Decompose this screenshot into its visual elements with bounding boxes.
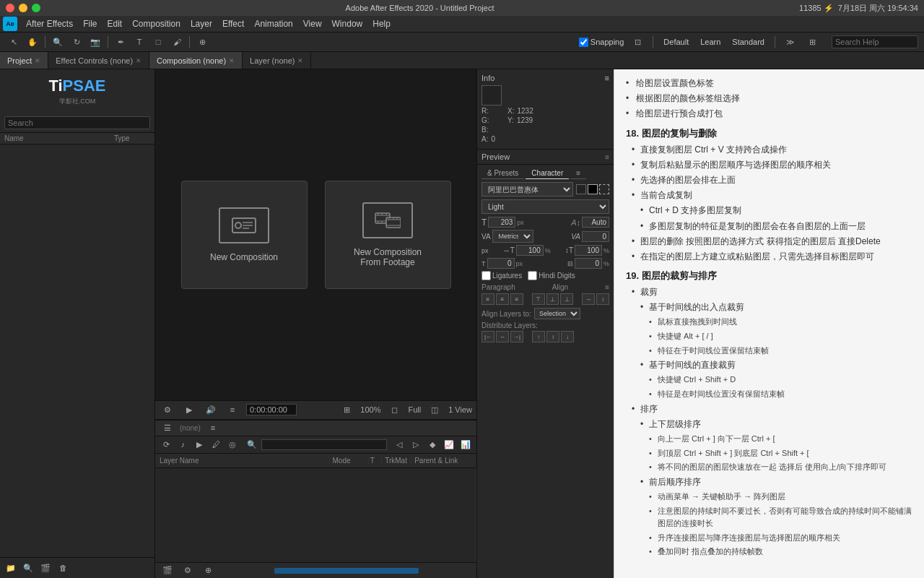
dist-center-v[interactable]: ↕: [546, 331, 559, 342]
timeline-menu[interactable]: ☰: [160, 420, 175, 436]
align-dist-v[interactable]: ↕: [596, 293, 609, 305]
project-delete[interactable]: 🗑: [55, 560, 71, 576]
preview-menu-btn[interactable]: ≡: [605, 153, 609, 161]
paragraph-menu[interactable]: ≡: [605, 283, 609, 291]
rotate-tool[interactable]: ↻: [69, 34, 84, 50]
align-dist-h[interactable]: ↔: [582, 293, 595, 305]
view-count-btn[interactable]: ◫: [427, 402, 443, 418]
info-panel-menu[interactable]: ≡: [605, 74, 609, 82]
dist-center-h[interactable]: ↔: [496, 331, 509, 342]
project-new-comp[interactable]: 🎬: [38, 560, 53, 576]
workspace-default[interactable]: Default: [661, 38, 692, 46]
tl-toggle-switches[interactable]: ⟳: [160, 436, 173, 452]
tl-value-graph[interactable]: 📊: [458, 436, 472, 452]
tl-bottom-render[interactable]: ⚙: [180, 563, 196, 579]
workspace-menu[interactable]: ⊞: [804, 34, 820, 50]
presets-tab[interactable]: & Presets: [481, 168, 524, 179]
tab-project[interactable]: Project ✕: [0, 52, 48, 69]
project-search-input[interactable]: [4, 116, 150, 129]
tl-kf-nav-back[interactable]: ◁: [393, 436, 406, 452]
character-tab[interactable]: Character: [526, 168, 569, 179]
tl-scroll-bar[interactable]: [274, 568, 419, 574]
tl-audio-btn[interactable]: ♪: [176, 436, 190, 452]
tl-search[interactable]: 🔍: [245, 436, 258, 452]
menu-animation[interactable]: Animation: [250, 17, 297, 30]
tab-layer[interactable]: Layer (none) ✕: [243, 52, 311, 69]
align-top[interactable]: ⊤: [532, 293, 545, 305]
tab-project-close[interactable]: ✕: [35, 57, 40, 64]
view-mode-btn[interactable]: ⊞: [339, 402, 354, 418]
window-controls[interactable]: [6, 4, 40, 12]
leading-input[interactable]: [582, 217, 609, 228]
tsume-input[interactable]: [575, 258, 602, 269]
zoom-tool[interactable]: 🔍: [50, 34, 66, 50]
scale-h-input[interactable]: [516, 245, 544, 256]
workspace-learn[interactable]: Learn: [697, 38, 723, 46]
baseline-input[interactable]: [487, 258, 515, 269]
maximize-button[interactable]: [32, 4, 40, 12]
font-name-select[interactable]: 阿里巴巴普惠体: [481, 182, 573, 197]
font-style-select[interactable]: Light: [481, 199, 609, 214]
dist-left[interactable]: |←: [481, 331, 494, 342]
snapping-option[interactable]: Snapping: [579, 38, 624, 47]
menu-aftereffects[interactable]: After Effects: [22, 17, 77, 30]
ligatures-checkbox[interactable]: [481, 271, 491, 280]
minimize-button[interactable]: [19, 4, 27, 12]
hindi-digits-label[interactable]: Hindi Digits: [528, 271, 575, 280]
tl-video-btn[interactable]: ▶: [193, 436, 206, 452]
tl-bottom-comp[interactable]: 🎬: [160, 563, 175, 579]
camera-tool[interactable]: 📷: [87, 34, 103, 50]
ligatures-label[interactable]: Ligatures: [481, 271, 522, 280]
tl-kf-nav-fwd[interactable]: ▷: [409, 436, 422, 452]
menu-effect[interactable]: Effect: [218, 17, 248, 30]
char-extra-tab[interactable]: ≡: [570, 168, 586, 179]
tab-comp-close[interactable]: ✕: [229, 57, 235, 64]
menu-help[interactable]: Help: [368, 17, 395, 30]
menu-layer[interactable]: Layer: [186, 17, 217, 30]
puppet-tool[interactable]: ⊕: [194, 34, 210, 50]
tab-layer-close[interactable]: ✕: [297, 57, 303, 64]
new-comp-from-footage-card[interactable]: New CompositionFrom Footage: [325, 181, 451, 289]
stroke-color[interactable]: [588, 184, 598, 194]
align-right[interactable]: ≡: [510, 293, 523, 305]
resolution-btn[interactable]: ◻: [386, 402, 402, 418]
font-size-input[interactable]: [488, 217, 515, 228]
tab-composition[interactable]: Composition (none) ✕: [149, 52, 243, 69]
brush-tool[interactable]: 🖌: [169, 34, 185, 50]
comp-audio-btn[interactable]: 🔊: [203, 402, 219, 418]
align-bottom[interactable]: ⊥: [560, 293, 573, 305]
dist-right[interactable]: →|: [510, 331, 523, 342]
hand-tool[interactable]: ✋: [25, 34, 40, 50]
kerning-select[interactable]: Metrics: [492, 230, 534, 243]
tl-kf-add[interactable]: ◆: [425, 436, 439, 452]
tl-speed-graph[interactable]: 📈: [442, 436, 456, 452]
align-center[interactable]: ≡: [496, 293, 509, 305]
tab-effect-close[interactable]: ✕: [136, 57, 141, 64]
selection-tool[interactable]: ↖: [6, 34, 22, 50]
text-tool[interactable]: T: [131, 34, 147, 50]
search-help-input[interactable]: [832, 35, 918, 48]
menu-window[interactable]: Window: [328, 17, 367, 30]
tab-effect-controls[interactable]: Effect Controls (none) ✕: [48, 52, 149, 69]
project-new-folder[interactable]: 📁: [3, 560, 19, 576]
menu-composition[interactable]: Composition: [128, 17, 185, 30]
align-layers-select[interactable]: Selection: [534, 308, 580, 319]
menu-view[interactable]: View: [299, 17, 326, 30]
tl-search-input[interactable]: [261, 439, 386, 450]
align-left[interactable]: ≡: [481, 293, 494, 305]
project-search-btn[interactable]: 🔍: [20, 560, 36, 576]
fill-color[interactable]: [576, 184, 586, 194]
magnet-icon[interactable]: ⊡: [629, 34, 645, 50]
align-mid[interactable]: ⊥: [546, 293, 559, 305]
tracking-input[interactable]: [582, 231, 609, 242]
menu-edit[interactable]: Edit: [103, 17, 126, 30]
comp-preview-btn[interactable]: ▶: [181, 402, 197, 418]
close-button[interactable]: [6, 4, 14, 12]
new-composition-card[interactable]: New Composition: [181, 181, 308, 289]
dist-bottom[interactable]: ↓: [561, 331, 574, 342]
timeline-panel-menu[interactable]: ≡: [205, 420, 221, 436]
hindi-checkbox[interactable]: [528, 271, 537, 280]
workspace-expand[interactable]: ≫: [783, 34, 798, 50]
no-color[interactable]: [599, 184, 609, 194]
workspace-standard[interactable]: Standard: [729, 38, 767, 46]
